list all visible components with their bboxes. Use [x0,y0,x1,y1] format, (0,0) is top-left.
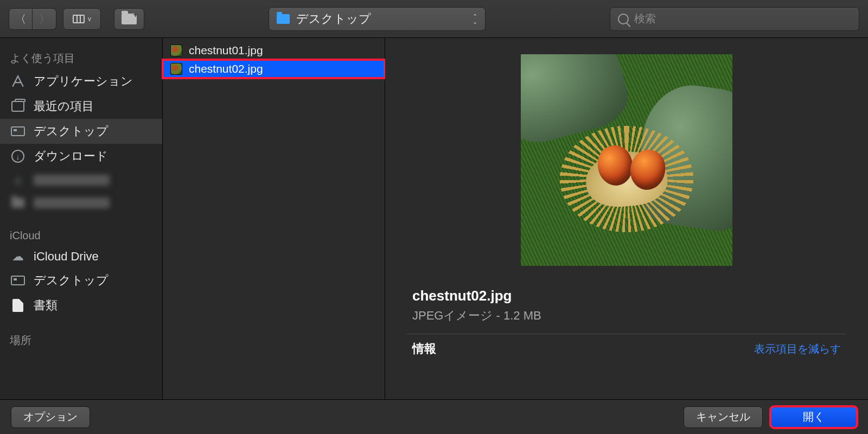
sidebar-item-label: ダウンロード [34,148,108,164]
chevron-left-icon: 〈 [15,14,26,24]
desktop-icon [10,124,26,138]
location-label: デスクトップ [296,11,371,27]
sidebar-item-downloads[interactable]: ダウンロード [0,144,162,169]
sidebar-item-applications[interactable]: アプリケーション [0,69,162,94]
sidebar-item-desktop[interactable]: デスクトップ [0,119,162,144]
sidebar-item-label: デスクトップ [34,272,108,289]
folder-icon [10,196,26,210]
sidebar-section-favorites: よく使う項目 [0,46,162,69]
preview-pane: chestnut02.jpg JPEGイメージ - 1.2 MB 情報 表示項目… [385,38,868,399]
sidebar-item-recents[interactable]: 最近の項目 [0,94,162,119]
preview-image [521,54,732,266]
preview-filename: chestnut02.jpg [407,288,846,304]
search-field[interactable] [610,7,859,31]
sidebar-item-label: 最近の項目 [34,98,94,114]
reduce-items-link[interactable]: 表示項目を減らす [754,342,841,356]
dialog-footer: オプション キャンセル 開く [0,399,868,434]
cloud-icon: ☁ [10,250,26,264]
home-icon: ⌂ [10,173,26,187]
sidebar: よく使う項目 アプリケーション 最近の項目 デスクトップ ダウンロード [0,38,163,399]
recents-icon [10,99,26,113]
open-button[interactable]: 開く [770,406,857,428]
sidebar-item-icloud-desktop[interactable]: デスクトップ [0,268,162,293]
sidebar-item-label: アプリケーション [34,73,133,90]
file-row-selected[interactable]: chestnut02.jpg [163,60,385,78]
sidebar-item-label: 書類 [34,297,58,314]
chevron-right-icon: 〉 [39,14,50,24]
desktop-icon [10,273,26,288]
updown-icon: ⌃⌄ [473,14,477,24]
sidebar-item-label: デスクトップ [34,123,108,139]
cancel-button[interactable]: キャンセル [684,406,763,428]
file-name: chestnut01.jpg [189,44,263,57]
preview-info-row: 情報 表示項目を減らす [407,341,846,357]
search-icon [618,14,629,24]
info-label: 情報 [412,341,436,357]
button-label: キャンセル [696,410,750,424]
preview-subtitle: JPEGイメージ - 1.2 MB [407,308,846,324]
applications-icon [10,74,26,88]
nav-back-forward: 〈 〉 [9,8,56,30]
downloads-icon [10,149,26,163]
sidebar-section-locations: 場所 [0,328,162,351]
folder-icon [277,14,290,24]
document-icon [10,298,26,312]
columns-icon [73,15,85,23]
forward-button[interactable]: 〉 [33,8,56,30]
file-name: chestnut02.jpg [189,62,263,75]
file-row[interactable]: chestnut01.jpg [163,41,385,60]
sidebar-section-icloud: iCloud [0,224,162,245]
file-thumbnail-icon [170,63,182,75]
new-folder-button[interactable]: + [114,8,144,30]
folder-plus-icon: + [122,14,137,24]
sidebar-item-label: iCloud Drive [34,250,99,264]
file-thumbnail-icon [170,44,182,56]
divider [407,334,846,334]
sidebar-item-documents[interactable]: 書類 [0,293,162,318]
dialog-body: よく使う項目 アプリケーション 最近の項目 デスクトップ ダウンロード [0,38,868,399]
redacted-label [34,175,110,186]
sidebar-item-folder[interactable] [0,192,162,214]
file-list-column: chestnut01.jpg chestnut02.jpg [163,38,385,399]
open-file-dialog: 〈 〉 v + デスクトップ ⌃⌄ よく使う項目 [0,0,868,434]
search-input[interactable] [634,12,851,25]
redacted-label [34,197,110,208]
button-label: 開く [803,410,825,424]
view-mode-button[interactable]: v [63,8,101,30]
location-popup[interactable]: デスクトップ ⌃⌄ [269,7,486,31]
sidebar-item-home[interactable]: ⌂ [0,169,162,192]
back-button[interactable]: 〈 [9,8,33,30]
chevron-down-icon: v [88,15,91,23]
options-button[interactable]: オプション [11,406,90,428]
sidebar-item-icloud-drive[interactable]: ☁ iCloud Drive [0,245,162,268]
button-label: オプション [23,410,78,424]
toolbar: 〈 〉 v + デスクトップ ⌃⌄ [0,0,868,38]
